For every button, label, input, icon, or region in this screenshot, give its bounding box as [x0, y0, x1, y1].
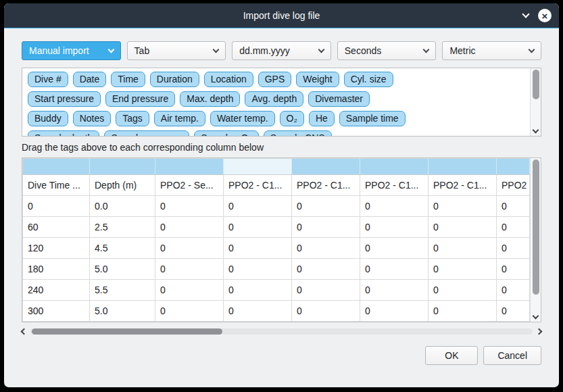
- tag-chip[interactable]: Max. depth: [180, 91, 240, 107]
- column-header: Dive Time ...: [23, 175, 90, 196]
- chevron-down-icon: [213, 47, 220, 53]
- tag-chip[interactable]: Dive #: [28, 72, 68, 87]
- table-cell: 0: [292, 217, 360, 238]
- shade-window-icon[interactable]: [522, 10, 529, 18]
- tag-chip[interactable]: Time: [111, 72, 145, 87]
- drop-cell[interactable]: [292, 159, 360, 175]
- chevron-left-icon[interactable]: [21, 328, 28, 335]
- table-cell: 0: [224, 196, 292, 217]
- table-row: 60 2.5 0 0 0 0 0 0: [23, 217, 530, 238]
- table-cell: 2.5: [90, 217, 155, 238]
- table-cell: 0: [292, 259, 360, 280]
- chevron-down-icon: [107, 47, 114, 53]
- tag-panel-vertical-scrollbar[interactable]: [530, 68, 541, 136]
- field-separator-combobox[interactable]: Tab: [127, 41, 226, 60]
- table-cell: 0: [360, 196, 429, 217]
- drop-cell[interactable]: [429, 159, 497, 175]
- table-cell: 120: [23, 238, 90, 259]
- drop-cell[interactable]: [23, 159, 90, 175]
- tag-chip[interactable]: Duration: [150, 72, 199, 87]
- table-vertical-scrollbar[interactable]: [530, 158, 541, 322]
- table-cell: 5.5: [90, 280, 155, 301]
- tag-chip[interactable]: Sample depth: [28, 130, 99, 136]
- drop-cell[interactable]: [360, 159, 429, 175]
- table-cell: 0: [429, 196, 497, 217]
- chevron-down-icon: [423, 47, 430, 53]
- dialog-button-row: OK Cancel: [22, 346, 541, 365]
- chevron-down-icon[interactable]: [533, 313, 539, 320]
- table-cell: 0: [224, 217, 292, 238]
- date-format-combobox[interactable]: dd.mm.yyyy: [232, 41, 331, 60]
- table-cell: 0: [429, 280, 497, 301]
- source-combobox[interactable]: Manual import: [22, 41, 121, 60]
- import-preview-table: Dive Time ... Depth (m) PPO2 - Se... PPO…: [22, 158, 530, 322]
- window-title: Import dive log file: [243, 10, 320, 21]
- chevron-down-icon: [529, 47, 535, 53]
- tag-chip[interactable]: Sample pO₂: [194, 130, 258, 136]
- tag-chip[interactable]: Buddy: [28, 111, 68, 126]
- chevron-down-icon[interactable]: [533, 127, 539, 134]
- drop-cell[interactable]: [155, 159, 224, 175]
- field-separator-value: Tab: [134, 45, 150, 56]
- table-cell: 0: [360, 217, 429, 238]
- tag-chip[interactable]: Location: [204, 72, 253, 87]
- table-cell: 0: [360, 238, 429, 259]
- table-cell: 5.0: [90, 301, 155, 322]
- table-cell: 0: [429, 217, 497, 238]
- scrollbar-thumb[interactable]: [533, 70, 539, 99]
- instruction-label: Drag the tags above to each correspondin…: [22, 142, 541, 153]
- table-cell: 0: [429, 301, 497, 322]
- tag-chip[interactable]: O₂: [280, 111, 304, 126]
- tag-chip[interactable]: GPS: [258, 72, 292, 87]
- cancel-button[interactable]: Cancel: [483, 346, 541, 365]
- table-cell: 0: [429, 259, 497, 280]
- tag-chip[interactable]: Weight: [296, 72, 339, 87]
- tag-chip[interactable]: End pressure: [105, 91, 175, 107]
- table-cell: 0: [155, 238, 224, 259]
- dialog-content: Manual import Tab dd.mm.yyyy Seconds Met…: [4, 28, 559, 387]
- table-cell: 0: [155, 259, 224, 280]
- drop-cell[interactable]: [90, 159, 155, 175]
- table-cell: 5.0: [90, 259, 155, 280]
- horizontal-scrollbar[interactable]: [22, 327, 541, 336]
- table-row: 180 5.0 0 0 0 0 0 0: [23, 259, 530, 280]
- table-cell: 0: [497, 217, 530, 238]
- tag-chip[interactable]: Start pressure: [28, 91, 101, 107]
- ok-button[interactable]: OK: [425, 346, 478, 365]
- column-header: PPO2 - C1...: [360, 175, 429, 196]
- titlebar[interactable]: Import dive log file ×: [4, 3, 559, 28]
- tag-chip[interactable]: Avg. depth: [245, 91, 303, 107]
- table-cell: 0: [224, 280, 292, 301]
- drop-cell-highlighted[interactable]: [224, 159, 292, 175]
- close-button[interactable]: ×: [538, 9, 552, 22]
- tag-chip[interactable]: Tags: [116, 111, 149, 126]
- table-cell: 0: [224, 301, 292, 322]
- table-cell: 0: [155, 301, 224, 322]
- chevron-right-icon[interactable]: [536, 328, 543, 335]
- tag-chip[interactable]: Date: [73, 72, 107, 87]
- tag-chip[interactable]: Cyl. size: [344, 72, 393, 87]
- tag-chip[interactable]: Notes: [73, 111, 112, 126]
- tag-chip[interactable]: He: [309, 111, 335, 126]
- tag-chip[interactable]: Sample pressure: [104, 130, 189, 136]
- tag-chip[interactable]: Water temp.: [210, 111, 275, 126]
- tag-chip[interactable]: Divemaster: [308, 91, 370, 107]
- tag-chip[interactable]: Sample CNS: [264, 130, 332, 136]
- scrollbar-thumb[interactable]: [533, 160, 539, 295]
- tag-row: Dive # Date Time Duration Location GPS W…: [28, 72, 524, 87]
- scrollbar-track[interactable]: [30, 328, 533, 335]
- import-preview-panel: Dive Time ... Depth (m) PPO2 - Se... PPO…: [22, 157, 541, 322]
- tag-chip[interactable]: Air temp.: [154, 111, 205, 126]
- table-cell: 0.0: [90, 196, 155, 217]
- drop-cell[interactable]: [497, 159, 530, 175]
- table-cell: 0: [155, 217, 224, 238]
- duration-format-combobox[interactable]: Seconds: [337, 41, 437, 60]
- table-cell: 0: [292, 196, 360, 217]
- table-cell: 0: [155, 196, 224, 217]
- table-cell: 240: [23, 280, 90, 301]
- scrollbar-thumb[interactable]: [32, 328, 222, 335]
- tag-rows: Dive # Date Time Duration Location GPS W…: [22, 68, 530, 136]
- units-combobox[interactable]: Metric: [442, 41, 541, 60]
- table-cell: 0: [292, 280, 360, 301]
- tag-chip[interactable]: Sample time: [339, 111, 406, 126]
